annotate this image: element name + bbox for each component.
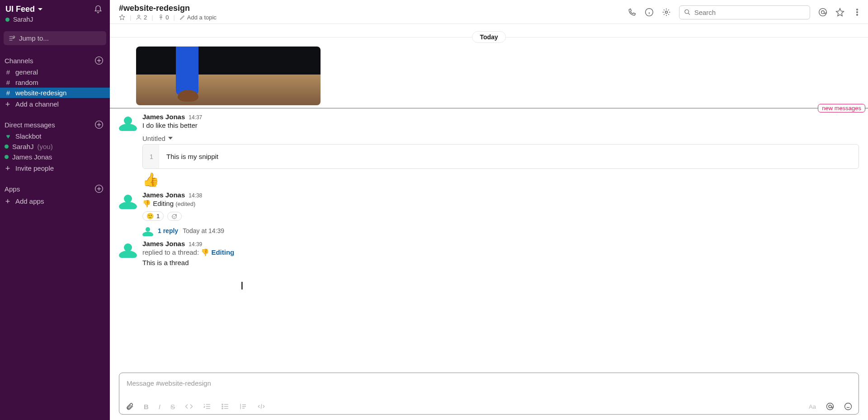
pencil-icon (179, 14, 186, 20)
jump-to[interactable]: Jump to... (4, 31, 106, 45)
emoji-thumbs-down: 👎 (201, 248, 209, 256)
svg-point-14 (222, 404, 223, 405)
add-dm-icon[interactable] (94, 120, 104, 129)
quote-icon[interactable] (239, 402, 247, 411)
message-author[interactable]: James Jonas (142, 191, 185, 199)
mentions-icon[interactable] (818, 8, 827, 17)
svg-point-8 (819, 9, 827, 16)
svg-point-4 (138, 15, 140, 17)
dm-self[interactable]: SarahJ (you) (0, 141, 110, 152)
svg-point-7 (685, 10, 689, 14)
message-time: 14:37 (189, 114, 202, 121)
add-channel-icon[interactable] (94, 56, 104, 65)
current-user-name: SarahJ (13, 16, 33, 23)
avatar (142, 225, 153, 236)
add-channel-link[interactable]: +Add a channel (0, 98, 110, 110)
hash-icon: # (5, 89, 12, 97)
main: #website-redesign | 2 | 0 | Add a topic (110, 0, 868, 420)
add-apps-link[interactable]: +Add apps (0, 195, 110, 207)
text-cursor-icon: I (241, 280, 244, 292)
image-attachment[interactable] (136, 47, 321, 105)
workspace-name: UI Feed (5, 5, 35, 14)
add-reaction-button[interactable] (167, 212, 182, 221)
star-icon[interactable] (835, 8, 844, 17)
channel-website-redesign[interactable]: #website-redesign (0, 88, 110, 98)
message-author[interactable]: James Jonas (142, 240, 185, 247)
star-icon (119, 14, 125, 20)
gear-icon[interactable] (662, 8, 671, 17)
reaction-count: 1 (156, 213, 160, 219)
code-icon[interactable] (185, 402, 193, 411)
bell-icon[interactable] (94, 5, 103, 14)
presence-dot-icon (5, 145, 9, 149)
dm-james-jonas[interactable]: James Jonas (0, 152, 110, 162)
search-input[interactable] (694, 9, 805, 16)
message: James Jonas14:38 👎 Editing (edited) 🙂1 1… (110, 189, 868, 238)
pin-icon (158, 14, 164, 20)
avatar[interactable] (119, 113, 137, 131)
avatar[interactable] (119, 240, 137, 258)
avatar[interactable] (119, 191, 137, 209)
plus-icon: + (5, 198, 11, 205)
italic-button[interactable]: I (159, 403, 160, 411)
reply-count[interactable]: 1 reply (158, 227, 178, 234)
code-snippet[interactable]: 1 This is my snippit (142, 144, 859, 169)
svg-point-15 (222, 406, 223, 407)
apps-heading: Apps (5, 185, 20, 193)
channel-general[interactable]: #general (0, 67, 110, 77)
channel-title[interactable]: #website-redesign (119, 4, 217, 13)
presence-dot-icon (5, 18, 9, 22)
hash-icon: # (5, 79, 12, 86)
snippet-menu[interactable]: Untitled (142, 135, 859, 142)
messages-pane[interactable]: Today new messages James Jonas14:37 I do… (110, 24, 868, 373)
add-app-icon[interactable] (94, 184, 104, 193)
message-composer: Message #website-redesign B I S Aa (119, 373, 859, 415)
hash-icon: # (5, 68, 12, 76)
search-box[interactable] (679, 5, 810, 19)
svg-point-10 (857, 9, 858, 10)
strike-button[interactable]: S (170, 403, 175, 411)
mention-icon[interactable] (826, 402, 834, 411)
more-icon[interactable] (853, 8, 862, 17)
message-author[interactable]: James Jonas (142, 113, 185, 121)
workspace-switcher[interactable]: UI Feed (5, 5, 43, 14)
reaction[interactable]: 🙂1 (142, 211, 164, 221)
attach-icon[interactable] (126, 402, 134, 411)
channel-random[interactable]: #random (0, 77, 110, 88)
invite-people-link[interactable]: +Invite people (0, 162, 110, 174)
current-user[interactable]: SarahJ (0, 16, 110, 28)
caret-down-icon (168, 136, 173, 140)
channel-header: #website-redesign | 2 | 0 | Add a topic (110, 0, 868, 24)
channels-heading: Channels (5, 57, 33, 65)
info-icon[interactable] (645, 8, 654, 17)
star-channel[interactable] (119, 14, 125, 21)
svg-point-6 (665, 11, 668, 14)
dm-slackbot[interactable]: ♥Slackbot (0, 131, 110, 141)
ordered-list-icon[interactable] (203, 402, 211, 411)
presence-dot-icon (5, 155, 9, 159)
format-toggle[interactable]: Aa (809, 403, 816, 410)
emoji-plus-icon (171, 213, 178, 219)
emoji-picker-icon[interactable] (844, 402, 852, 411)
code-block-icon[interactable] (257, 402, 265, 411)
svg-point-18 (829, 405, 831, 408)
chevron-down-icon (38, 7, 43, 12)
thread-link[interactable]: Editing (211, 248, 234, 256)
message: James Jonas14:37 I do like this better U… (110, 111, 868, 189)
message-input[interactable]: Message #website-redesign (119, 373, 859, 399)
thread-summary[interactable]: 1 reply Today at 14:39 (142, 225, 859, 236)
pin-count[interactable]: 0 (158, 14, 169, 21)
member-count[interactable]: 2 (136, 14, 147, 21)
plus-icon: + (5, 165, 11, 172)
bold-button[interactable]: B (144, 403, 149, 411)
svg-point-11 (857, 12, 858, 13)
person-icon (136, 14, 142, 20)
phone-icon[interactable] (627, 8, 637, 17)
add-topic[interactable]: Add a topic (179, 14, 217, 21)
bullet-list-icon[interactable] (221, 402, 229, 411)
new-messages-label: new messages (818, 104, 865, 112)
date-divider: Today (110, 31, 868, 43)
new-messages-divider: new messages (110, 108, 868, 108)
emoji-smile: 🙂 (146, 213, 154, 219)
reply-time: Today at 14:39 (183, 227, 224, 234)
